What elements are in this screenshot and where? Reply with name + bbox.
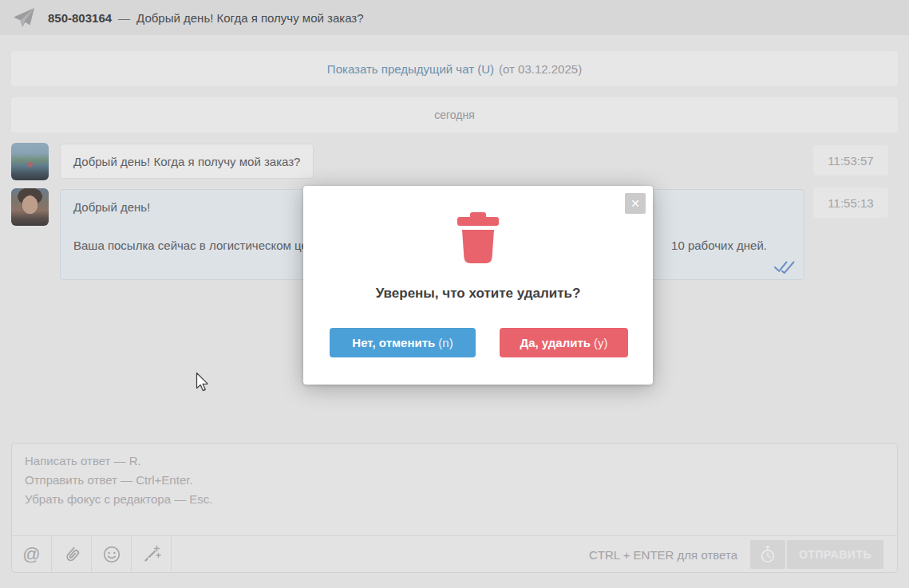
operator-avatar bbox=[11, 188, 49, 226]
date-divider: сегодня bbox=[11, 97, 898, 132]
attach-file-button[interactable] bbox=[52, 536, 92, 573]
show-previous-chat-link[interactable]: Показать предыдущий чат (U) bbox=[327, 62, 494, 76]
reply-editor[interactable]: Написать ответ — R. Отправить ответ — Ct… bbox=[11, 443, 898, 573]
templates-button[interactable] bbox=[132, 536, 172, 573]
operator-message-greeting: Добрый день! bbox=[73, 200, 150, 214]
editor-toolbar: @ bbox=[12, 535, 897, 572]
stopwatch-icon bbox=[760, 545, 776, 564]
chat-header: 850-803164—Добрый день! Когда я получу м… bbox=[0, 0, 909, 35]
cancel-hotkey: (n) bbox=[438, 336, 453, 349]
previous-chat-date: (от 03.12.2025) bbox=[499, 62, 582, 76]
chat-id: 850-803164 bbox=[48, 11, 112, 25]
chat-subject: Добрый день! Когда я получу мой заказ? bbox=[136, 11, 363, 25]
client-message-bubble[interactable]: Добрый день! Когда я получу мой заказ? bbox=[60, 144, 314, 179]
date-divider-label: сегодня bbox=[434, 109, 475, 121]
mention-icon: @ bbox=[22, 546, 40, 563]
operator-message-body-end: 10 рабочих дней. bbox=[671, 239, 767, 252]
delete-confirm-modal: ✕ Уверены, что хотите удалить? Нет, отме… bbox=[303, 186, 653, 385]
client-message-text: Добрый день! Когда я получу мой заказ? bbox=[73, 155, 300, 168]
paperclip-icon bbox=[62, 545, 81, 564]
client-avatar bbox=[11, 143, 49, 180]
message-timestamp: 11:53:57 bbox=[813, 145, 888, 176]
editor-placeholder: Написать ответ — R. Отправить ответ — Ct… bbox=[25, 452, 213, 509]
delay-send-button[interactable] bbox=[750, 540, 785, 569]
trash-icon bbox=[456, 212, 500, 265]
mouse-cursor bbox=[196, 372, 211, 393]
close-icon[interactable]: ✕ bbox=[625, 193, 646, 214]
send-button[interactable]: ОТПРАВИТЬ bbox=[787, 540, 883, 569]
mention-button[interactable]: @ bbox=[12, 536, 52, 573]
paper-plane-icon bbox=[13, 7, 35, 28]
send-hint: CTRL + ENTER для ответа bbox=[589, 536, 737, 573]
emoji-button[interactable] bbox=[92, 536, 132, 573]
previous-chat-bar[interactable]: Показать предыдущий чат (U) (от 03.12.20… bbox=[11, 51, 898, 86]
smiley-icon bbox=[102, 545, 121, 564]
magic-wand-icon bbox=[142, 545, 161, 564]
double-check-icon bbox=[773, 260, 796, 274]
cancel-delete-button[interactable]: Нет, отменить(n) bbox=[330, 328, 476, 357]
confirm-delete-button[interactable]: Да, удалить(y) bbox=[500, 328, 628, 357]
chat-window: 850-803164—Добрый день! Когда я получу м… bbox=[0, 0, 909, 588]
message-timestamp: 11:55:13 bbox=[813, 187, 888, 218]
confirm-hotkey: (y) bbox=[594, 336, 608, 349]
title-dash: — bbox=[118, 11, 130, 25]
chat-title: 850-803164—Добрый день! Когда я получу м… bbox=[48, 11, 364, 25]
modal-title: Уверены, что хотите удалить? bbox=[303, 286, 653, 302]
